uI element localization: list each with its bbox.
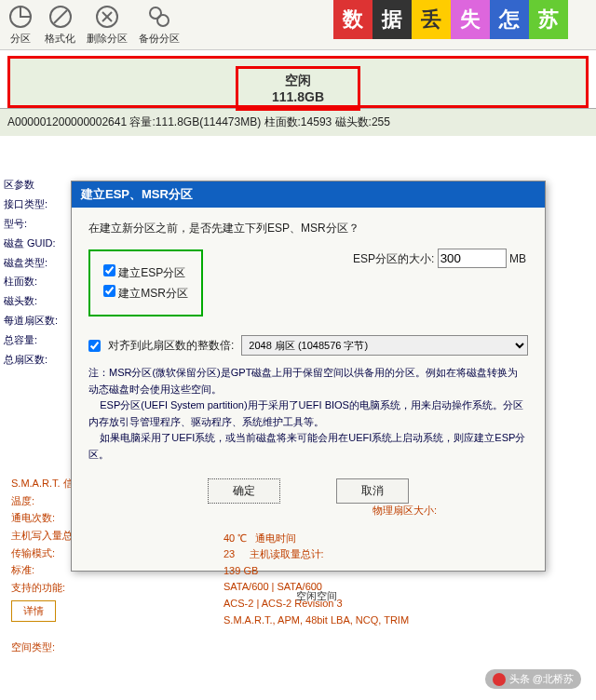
chk-msr[interactable] [103,285,115,297]
chk-esp-row[interactable]: 建立ESP分区 [103,264,188,281]
ok-button[interactable]: 确定 [208,478,280,504]
format-icon [47,4,74,30]
disk-info-bar: A000001200000002641 容量:111.8GB(114473MB)… [0,108,596,136]
bottom-space-type: 空闲空间 [296,589,337,603]
chk-msr-label: 建立MSR分区 [118,287,188,300]
toolbar-label: 格式化 [45,32,75,46]
partition-icon [7,4,34,30]
dialog-note: 注：MSR分区(微软保留分区)是GPT磁盘上用于保留空间以供备用的分区。例如在将… [88,365,528,464]
deco-char: 苏 [529,0,568,39]
delete-icon [94,4,120,30]
free-label: 空闲 [285,73,311,88]
deco-char: 据 [372,0,412,39]
dialog-prompt: 在建立新分区之前，是否先建立下列ESP、MSR分区？ [88,221,528,236]
free-size: 111.8GB [272,89,324,104]
chk-msr-row[interactable]: 建立MSR分区 [103,285,188,302]
details-button[interactable]: 详情 [11,600,56,622]
deco-char: 数 [333,0,372,39]
esp-size-row: ESP分区的大小: MB [353,249,526,268]
smart-values: 物理扇区大小: 40 ℃ 通电时间 23 主机读取量总计: 139 GB SAT… [224,503,437,628]
toolbar-backup[interactable]: 备份分区 [139,4,180,46]
align-row: 对齐到此扇区数的整数倍: 2048 扇区 (1048576 字节) [88,335,528,356]
esp-size-input[interactable] [438,249,507,268]
chk-esp-label: 建立ESP分区 [118,266,185,279]
align-label: 对齐到此扇区数的整数倍: [108,338,234,354]
watermark: 头条 @北桥苏 [485,669,581,689]
disk-map: 空闲 111.8GB [7,56,589,108]
backup-icon [146,4,172,30]
deco-char: 丢 [412,0,451,39]
toolbar-label: 删除分区 [87,32,128,46]
decorative-blocks: 数 据 丢 失 怎 苏 [333,0,568,39]
esp-size-unit: MB [509,252,526,265]
button-row: 确定 取消 [88,478,528,504]
free-space-box[interactable]: 空闲 111.8GB [236,66,360,111]
cancel-button[interactable]: 取消 [336,478,409,504]
chk-align[interactable] [88,340,101,352]
align-select[interactable]: 2048 扇区 (1048576 字节) [241,335,528,356]
toutiao-icon [493,673,506,686]
deco-char: 失 [451,0,490,39]
left-property-labels: 区参数接口类型:型号: 磁盘 GUID:磁盘类型:柱面数: 磁头数:每道扇区数:… [4,175,58,389]
toolbar-format[interactable]: 格式化 [45,4,75,46]
deco-char: 怎 [490,0,529,39]
checkbox-group: 建立ESP分区 建立MSR分区 [88,249,203,316]
svg-line-2 [54,10,67,23]
chk-esp[interactable] [103,264,115,276]
dialog-title: 建立ESP、MSR分区 [72,182,545,208]
svg-point-7 [157,15,169,26]
toolbar-delete[interactable]: 删除分区 [87,4,128,46]
esp-size-label: ESP分区的大小: [353,252,434,265]
watermark-text: 头条 @北桥苏 [509,672,574,686]
toolbar-label: 分区 [10,32,31,46]
toolbar-label: 备份分区 [139,32,180,46]
toolbar-partition[interactable]: 分区 [7,4,34,46]
